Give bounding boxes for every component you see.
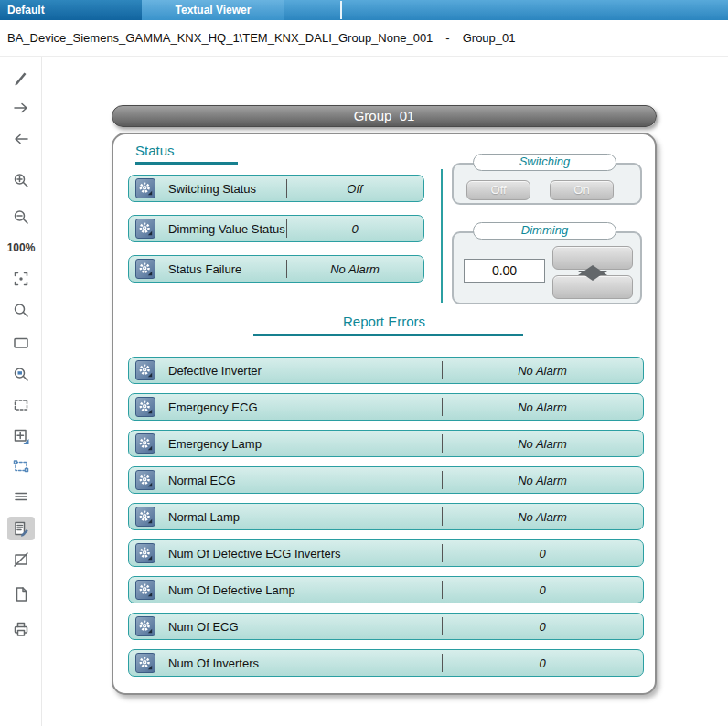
status-underline bbox=[135, 162, 238, 165]
status-row-label: Switching Status bbox=[168, 182, 256, 196]
report-row-value: No Alarm bbox=[442, 467, 643, 493]
report-row-label: Num Of Inverters bbox=[168, 657, 259, 670]
breadcrumb-path: BA_Device_Siemens_GAMMA_KNX_HQ_1\TEM_KNX… bbox=[7, 31, 433, 45]
viewer-canvas: Group_01 Status Switching Status Off Dim… bbox=[42, 57, 728, 726]
print-icon[interactable] bbox=[7, 617, 35, 641]
zoom-out-icon[interactable] bbox=[7, 206, 35, 230]
report-error-row: Emergency Lamp No Alarm bbox=[128, 430, 644, 457]
gear-icon[interactable] bbox=[135, 543, 155, 563]
gear-icon[interactable] bbox=[135, 219, 155, 239]
status-row: Switching Status Off bbox=[128, 175, 424, 202]
zoom-in-icon[interactable] bbox=[7, 169, 35, 193]
hide-annotations-icon[interactable] bbox=[7, 548, 35, 571]
status-controls-divider bbox=[441, 169, 443, 303]
dimming-group-label: Dimming bbox=[473, 222, 616, 240]
report-row-value: 0 bbox=[442, 540, 643, 566]
status-row-value: No Alarm bbox=[286, 256, 423, 282]
report-error-rows: Defective Inverter No Alarm Emergency EC… bbox=[128, 357, 644, 686]
status-rows: Switching Status Off Dimming Value Statu… bbox=[128, 175, 424, 295]
gear-icon[interactable] bbox=[135, 178, 155, 198]
dimming-up-button[interactable] bbox=[552, 246, 633, 270]
zoom-region-icon[interactable] bbox=[7, 363, 35, 387]
report-errors-underline bbox=[253, 334, 523, 336]
report-row-label: Normal Lamp bbox=[168, 510, 240, 524]
new-page-icon[interactable] bbox=[7, 582, 35, 606]
gear-icon[interactable] bbox=[135, 653, 155, 673]
report-row-value: No Alarm bbox=[442, 358, 643, 383]
switching-group-label: Switching bbox=[473, 154, 616, 171]
report-row-value: No Alarm bbox=[442, 431, 643, 456]
status-row-value: 0 bbox=[286, 216, 423, 241]
report-row-label: Emergency ECG bbox=[168, 400, 258, 414]
rectangle-select-icon[interactable] bbox=[7, 331, 35, 355]
report-row-value: 0 bbox=[442, 614, 643, 639]
status-row-value: Off bbox=[286, 176, 423, 201]
report-error-row: Num Of Inverters 0 bbox=[128, 649, 644, 677]
dimming-value-input[interactable] bbox=[464, 259, 545, 283]
breadcrumb: BA_Device_Siemens_GAMMA_KNX_HQ_1\TEM_KNX… bbox=[0, 20, 728, 57]
switch-on-button[interactable]: On bbox=[550, 180, 614, 200]
marquee-select-icon[interactable] bbox=[7, 393, 35, 417]
gear-icon[interactable] bbox=[135, 507, 155, 527]
breadcrumb-separator: - bbox=[445, 31, 449, 45]
report-error-row: Normal Lamp No Alarm bbox=[128, 503, 644, 530]
report-row-label: Emergency Lamp bbox=[168, 437, 262, 451]
tab-strip-divider bbox=[340, 1, 342, 19]
area-select-icon[interactable] bbox=[7, 454, 35, 478]
report-error-row: Num Of Defective Lamp 0 bbox=[128, 576, 644, 603]
tab-strip: Default Textual Viewer bbox=[0, 0, 728, 20]
tab-default[interactable]: Default bbox=[0, 0, 142, 20]
report-row-value: 0 bbox=[442, 650, 643, 676]
report-errors-heading: Report Errors bbox=[113, 314, 655, 329]
report-row-label: Defective Inverter bbox=[168, 364, 262, 378]
tab-textual-viewer[interactable]: Textual Viewer bbox=[142, 0, 284, 20]
gear-icon[interactable] bbox=[135, 580, 155, 600]
zoom-level-label: 100% bbox=[7, 236, 35, 260]
report-row-label: Normal ECG bbox=[168, 474, 236, 487]
report-error-row: Num Of Defective ECG Inverters 0 bbox=[128, 539, 644, 567]
status-row: Dimming Value Status 0 bbox=[128, 215, 424, 242]
status-heading: Status bbox=[135, 143, 175, 158]
fit-view-icon[interactable] bbox=[7, 424, 35, 448]
status-row-label: Dimming Value Status bbox=[168, 222, 285, 236]
gear-icon[interactable] bbox=[135, 397, 155, 417]
breadcrumb-page: Group_01 bbox=[463, 31, 516, 45]
focus-point-icon[interactable] bbox=[7, 267, 35, 291]
gear-icon[interactable] bbox=[135, 616, 155, 636]
dimming-down-button[interactable] bbox=[552, 275, 633, 299]
report-error-row: Defective Inverter No Alarm bbox=[128, 357, 644, 384]
report-error-row: Normal ECG No Alarm bbox=[128, 466, 644, 494]
report-row-label: Num Of Defective ECG Inverters bbox=[168, 547, 341, 561]
down-arrow-icon bbox=[578, 271, 607, 294]
status-row-label: Status Failure bbox=[168, 262, 241, 276]
switch-off-button[interactable]: Off bbox=[466, 180, 530, 200]
report-error-row: Emergency ECG No Alarm bbox=[128, 393, 644, 421]
report-row-value: No Alarm bbox=[442, 394, 643, 420]
forward-arrow-icon[interactable] bbox=[7, 96, 35, 120]
back-arrow-icon[interactable] bbox=[7, 127, 35, 151]
gear-icon[interactable] bbox=[135, 470, 155, 490]
report-error-row: Num Of ECG 0 bbox=[128, 613, 644, 640]
gear-icon[interactable] bbox=[135, 259, 155, 279]
status-row: Status Failure No Alarm bbox=[128, 255, 424, 283]
group-panel: Status Switching Status Off Dimming Valu… bbox=[112, 133, 657, 695]
group-title-bar: Group_01 bbox=[112, 105, 657, 127]
textual-form-icon[interactable] bbox=[7, 517, 35, 540]
report-row-label: Num Of Defective Lamp bbox=[168, 583, 295, 597]
pen-tool-icon[interactable] bbox=[7, 66, 35, 90]
report-row-label: Num Of ECG bbox=[168, 620, 239, 634]
report-row-value: No Alarm bbox=[442, 504, 643, 529]
gear-icon[interactable] bbox=[135, 360, 155, 380]
report-row-value: 0 bbox=[442, 577, 643, 603]
left-toolbar: 100% bbox=[0, 57, 42, 726]
list-lines-icon[interactable] bbox=[7, 485, 35, 508]
magnifier-icon[interactable] bbox=[7, 299, 35, 323]
gear-icon[interactable] bbox=[135, 433, 155, 454]
